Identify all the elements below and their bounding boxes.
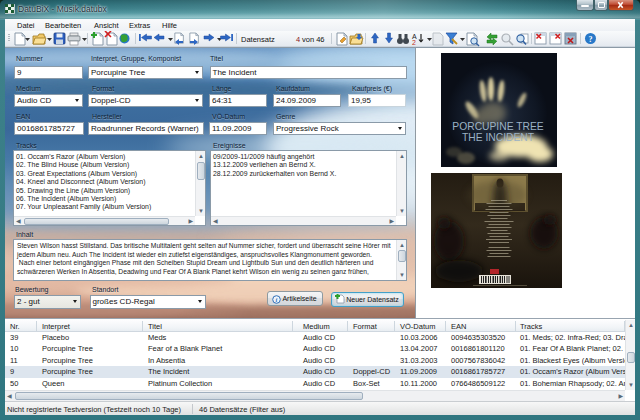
svg-text:THE INCIDENT: THE INCIDENT bbox=[462, 132, 535, 143]
svg-text:i: i bbox=[276, 296, 278, 303]
svg-text:2: 2 bbox=[412, 39, 416, 46]
svg-text:PORCUPINE TREE: PORCUPINE TREE bbox=[452, 121, 543, 132]
svg-text:?: ? bbox=[589, 35, 593, 44]
